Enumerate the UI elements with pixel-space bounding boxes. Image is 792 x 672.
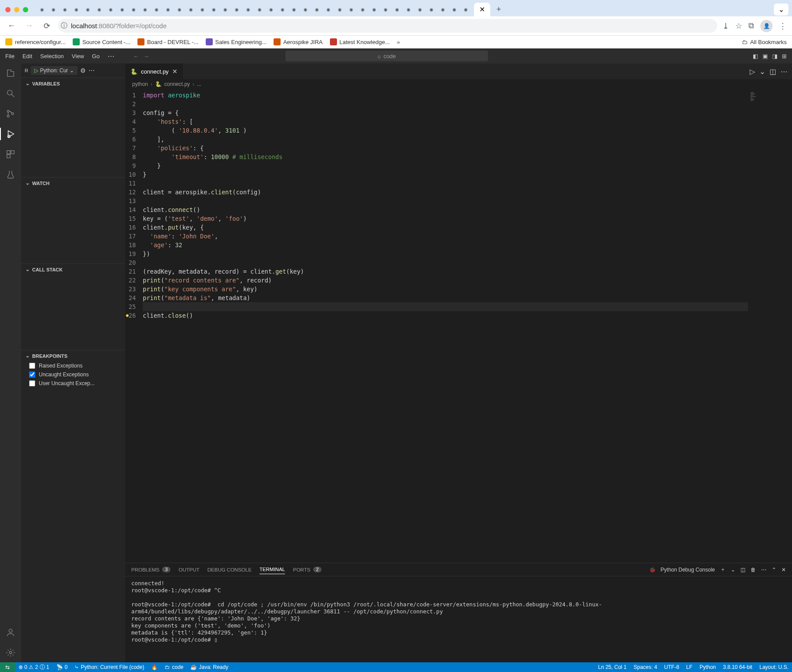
pinned-tab[interactable]: ◉ [209, 5, 218, 15]
pinned-tab[interactable]: ◉ [152, 5, 161, 15]
more-icon[interactable]: ⋯ [761, 567, 766, 573]
problems-status[interactable]: ⊗ 0 ⚠ 2 ⓘ 1 [15, 662, 53, 672]
all-bookmarks-button[interactable]: 🗀 All Bookmarks [742, 39, 787, 45]
python-interpreter[interactable]: 3.8.10 64-bit [719, 664, 756, 670]
bookmark-item[interactable]: Source Content -... [73, 38, 130, 45]
toggle-secondary-sidebar-icon[interactable]: ◨ [772, 53, 777, 59]
remote-indicator[interactable]: ⇆ [0, 662, 15, 672]
pinned-tab[interactable]: ◉ [415, 5, 425, 15]
split-editor-icon[interactable]: ◫ [770, 67, 776, 76]
line-number[interactable]: 21 [129, 267, 136, 276]
pinned-tab[interactable]: ◉ [37, 5, 47, 15]
bookmark-item[interactable]: Sales Engineering... [206, 38, 266, 45]
breakpoint-item[interactable]: Uncaught Exceptions [21, 370, 125, 379]
toggle-panel-icon[interactable]: ▣ [762, 53, 768, 59]
pinned-tab[interactable]: ◉ [289, 5, 299, 15]
pinned-tab[interactable]: ◉ [174, 5, 184, 15]
run-debug-icon[interactable] [4, 128, 17, 140]
line-number[interactable]: 23 [129, 285, 136, 293]
code-line[interactable]: config = { [143, 108, 748, 117]
chevron-down-icon[interactable]: ⌄ [731, 567, 735, 573]
ports-tab[interactable]: PORTS 2 [293, 565, 322, 574]
run-play-icon[interactable]: ▷ [750, 67, 755, 76]
pinned-tab[interactable]: ◉ [369, 5, 379, 15]
source-control-icon[interactable] [4, 108, 17, 120]
search-icon[interactable] [4, 87, 17, 100]
pinned-tab[interactable]: ◉ [232, 5, 241, 15]
pinned-tab[interactable]: ◉ [255, 5, 264, 15]
problems-tab[interactable]: PROBLEMS 3 [131, 565, 170, 574]
keyboard-layout[interactable]: Layout: U.S. [756, 664, 792, 670]
breakpoint-item[interactable]: User Uncaught Excep... [21, 379, 125, 388]
line-number[interactable]: 18 [129, 241, 136, 249]
pinned-tab[interactable]: ◉ [381, 5, 390, 15]
back-button[interactable]: ← [5, 20, 18, 32]
extension-icon[interactable]: ⧉ [748, 21, 754, 30]
line-number[interactable]: 8 [129, 152, 136, 161]
profile-avatar[interactable]: 👤 [760, 20, 773, 32]
forward-button[interactable]: → [23, 20, 35, 32]
line-number[interactable]: 3 [129, 108, 136, 117]
line-number[interactable]: 14 [129, 205, 136, 214]
extensions-icon[interactable] [4, 148, 17, 160]
bookmark-item[interactable]: reference/configur... [5, 38, 66, 45]
menu-view[interactable]: View [72, 53, 84, 59]
chrome-menu-icon[interactable]: ⋮ [779, 21, 787, 31]
code-line[interactable]: }) [143, 249, 748, 258]
watch-section-header[interactable]: ⌄ WATCH [21, 178, 125, 189]
pinned-tab[interactable]: ◉ [48, 5, 58, 15]
close-tab-icon[interactable]: ✕ [172, 68, 178, 75]
breadcrumb-folder[interactable]: python [132, 81, 148, 87]
pinned-tab[interactable]: ◉ [83, 5, 93, 15]
terminal-output[interactable]: connected! root@vscode-1:/opt/code# ^C r… [125, 576, 792, 662]
code-line[interactable]: print("record contents are", record) [143, 276, 748, 285]
pinned-tab[interactable]: ◉ [392, 5, 402, 15]
pinned-tab[interactable]: ◉ [449, 5, 459, 15]
line-number[interactable]: 7 [129, 144, 136, 152]
encoding-status[interactable]: UTF-8 [661, 664, 683, 670]
output-tab[interactable]: OUTPUT [178, 565, 199, 574]
breadcrumbs[interactable]: python › 🐍 connect.py › ... [125, 79, 792, 89]
chevron-up-icon[interactable]: ⌃ [772, 567, 776, 573]
line-number[interactable]: 13 [129, 197, 136, 205]
line-number[interactable]: 1 [129, 91, 136, 100]
reload-button[interactable]: ⟳ [41, 20, 53, 32]
window-maximize-mac[interactable] [23, 7, 28, 12]
line-number[interactable]: 26 [129, 311, 136, 320]
pinned-tab[interactable]: ◉ [117, 5, 127, 15]
live-server-status[interactable]: 🔥 [148, 662, 161, 672]
code-line[interactable]: client.connect() [143, 205, 748, 214]
breadcrumb-file[interactable]: connect.py [164, 81, 190, 87]
editor-tab-connect[interactable]: 🐍 connect.py ✕ [125, 63, 183, 79]
line-number[interactable]: 19 [129, 249, 136, 258]
code-line[interactable]: import aerospike [143, 91, 748, 100]
menu-edit[interactable]: Edit [22, 53, 32, 59]
code-line[interactable]: client.put(key, { [143, 223, 748, 232]
debug-config-selector[interactable]: ▷ Python: Cur ⌄ [31, 66, 78, 75]
pinned-tab[interactable]: ◉ [243, 5, 253, 15]
command-search[interactable]: ⌕ code [285, 51, 488, 61]
line-number[interactable]: 9 [129, 161, 136, 170]
debug-icon[interactable]: 🐞 [649, 567, 655, 573]
menu-selection[interactable]: Selection [40, 53, 63, 59]
bookmark-item[interactable]: Latest Knowledge... [330, 38, 390, 45]
code-line[interactable]: 'name': 'John Doe', [143, 232, 748, 241]
debug-target-status[interactable]: ⤷Python: Current File (code) [71, 662, 148, 672]
breakpoint-checkbox[interactable] [29, 363, 35, 369]
line-number[interactable]: 17 [129, 232, 136, 241]
site-info-icon[interactable]: ⓘ [61, 22, 67, 30]
ports-status[interactable]: 📡0 [53, 662, 71, 672]
code-line[interactable]: } [143, 170, 748, 179]
pinned-tab[interactable]: ◉ [335, 5, 344, 15]
line-number[interactable]: 12 [129, 188, 136, 197]
pinned-tab[interactable]: ◉ [106, 5, 115, 15]
pinned-tab[interactable]: ◉ [438, 5, 448, 15]
pinned-tab[interactable]: ◉ [129, 5, 138, 15]
split-terminal-icon[interactable]: ◫ [740, 567, 745, 573]
code-line[interactable]: 'timeout': 10000 # milliseconds [143, 152, 748, 161]
pinned-tab[interactable]: ◉ [312, 5, 322, 15]
more-icon[interactable]: ⋯ [89, 67, 95, 74]
accounts-icon[interactable] [4, 626, 17, 639]
pinned-tab[interactable]: ◉ [140, 5, 150, 15]
explorer-icon[interactable] [4, 67, 17, 79]
